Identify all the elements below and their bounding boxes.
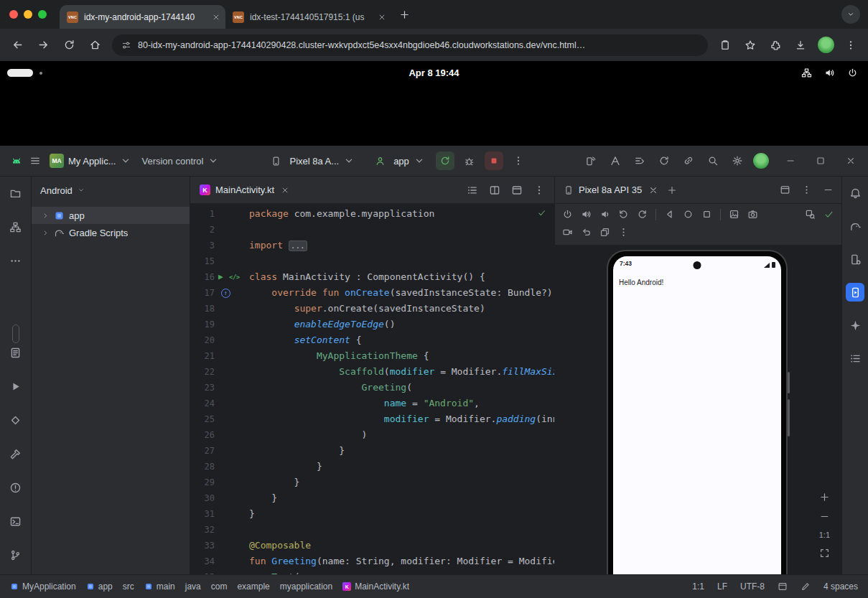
annotate-icon[interactable] — [801, 581, 811, 592]
caret-position[interactable]: 1:1 — [692, 581, 704, 592]
site-settings-icon[interactable] — [121, 40, 131, 50]
stop-button[interactable] — [485, 151, 503, 170]
downloads-icon[interactable] — [790, 35, 811, 55]
reset-device-icon[interactable] — [581, 227, 592, 238]
address-bar[interactable]: 80-idx-my-android-app-1744140290428.clus… — [112, 34, 708, 56]
problems-tool-icon[interactable] — [6, 478, 25, 497]
terminal-tool-icon[interactable] — [6, 512, 25, 531]
minimize-icon[interactable] — [780, 151, 801, 171]
breadcrumb-item[interactable]: src — [123, 581, 134, 592]
running-devices-icon[interactable] — [846, 283, 864, 302]
run-config-selector[interactable]: app — [365, 151, 430, 171]
todo-tool-icon[interactable] — [846, 349, 864, 368]
maximize-icon[interactable] — [811, 151, 831, 171]
reload-icon[interactable] — [59, 35, 79, 55]
editor-options-icon[interactable] — [533, 184, 545, 196]
breadcrumb-item[interactable]: main — [144, 581, 175, 592]
close-icon[interactable] — [841, 151, 861, 171]
detach-editor-icon[interactable] — [511, 184, 523, 196]
project-selector[interactable]: MA My Applic... — [45, 151, 136, 171]
browser-tab[interactable]: VNCidx-my-android-app-1744140 — [60, 5, 225, 29]
close-tab-icon[interactable] — [281, 186, 289, 195]
bookmark-star-icon[interactable] — [740, 35, 760, 55]
project-tool-icon[interactable] — [6, 184, 25, 202]
screenshot-icon[interactable] — [729, 209, 739, 220]
home-icon[interactable] — [85, 35, 105, 55]
hide-panel-icon[interactable] — [823, 184, 834, 195]
line-separator[interactable]: LF — [717, 581, 727, 592]
structure-tool-icon[interactable] — [6, 218, 25, 236]
volume-icon[interactable] — [824, 67, 835, 78]
browser-tab[interactable]: VNCidx-test-1744140517915:1 (us — [225, 5, 391, 29]
project-tree-item[interactable]: Gradle Scripts — [32, 224, 190, 241]
zoom-in-icon[interactable] — [819, 492, 830, 503]
window-mode-icon[interactable] — [778, 581, 788, 592]
device-more-icon[interactable] — [618, 227, 629, 238]
volume-up-icon[interactable] — [581, 209, 592, 220]
extensions-icon[interactable] — [765, 35, 785, 55]
device-manager-icon[interactable] — [846, 250, 864, 268]
close-window-button[interactable] — [9, 10, 18, 19]
vcs-selector[interactable]: Version control — [136, 151, 224, 171]
search-everywhere-icon[interactable] — [703, 151, 723, 171]
run-tool-icon[interactable] — [6, 377, 25, 396]
override-marker-icon[interactable]: ↑ — [221, 289, 230, 298]
indent-size[interactable]: 4 spaces — [823, 581, 858, 592]
breadcrumb-item[interactable]: app — [86, 581, 113, 592]
breadcrumb-item[interactable]: MyApplication — [10, 581, 76, 592]
user-avatar[interactable] — [753, 153, 769, 169]
close-device-tab-icon[interactable] — [648, 185, 658, 195]
rotate-right-icon[interactable] — [637, 209, 648, 220]
open-tabs-list-icon[interactable] — [467, 184, 478, 196]
more-tools-icon[interactable] — [6, 251, 25, 270]
add-device-tab-icon[interactable] — [667, 185, 677, 195]
zoom-out-icon[interactable] — [819, 511, 830, 522]
connections-icon[interactable] — [801, 67, 812, 78]
main-menu-icon[interactable] — [26, 151, 45, 170]
camera-icon[interactable] — [747, 209, 758, 220]
debug-button[interactable] — [460, 151, 479, 170]
panel-options-icon[interactable] — [801, 184, 812, 195]
tab-search-button[interactable] — [841, 5, 860, 24]
editor-tab[interactable]: K MainActivity.kt — [190, 177, 297, 204]
gemini-icon[interactable] — [846, 316, 864, 335]
gradle-tool-icon[interactable] — [846, 217, 864, 235]
device-tab[interactable]: Pixel 8a API 35 — [555, 177, 663, 204]
profile-avatar[interactable] — [816, 35, 836, 55]
build-variants-icon[interactable] — [630, 151, 650, 171]
tab-close-icon[interactable] — [378, 13, 386, 22]
android-home-icon[interactable] — [683, 209, 694, 220]
compose-preview-icon[interactable]: </> — [229, 269, 240, 285]
new-tab-button[interactable] — [394, 4, 414, 24]
tab-close-icon[interactable] — [212, 13, 220, 22]
code-area[interactable]: 1package com.example.myapplication23impo… — [190, 204, 554, 574]
android-back-icon[interactable] — [664, 209, 675, 220]
more-run-actions-icon[interactable] — [509, 151, 528, 170]
file-encoding[interactable]: UTF-8 — [740, 581, 765, 592]
translations-icon[interactable] — [605, 151, 625, 171]
clipboard-icon[interactable] — [715, 35, 735, 55]
screen-record-icon[interactable] — [562, 227, 573, 238]
zoom-mode-icon[interactable] — [805, 209, 816, 220]
breadcrumb-item[interactable]: example — [237, 581, 269, 592]
split-editor-icon[interactable] — [489, 184, 500, 196]
app-inspection-tool-icon[interactable] — [6, 411, 25, 429]
code-with-me-icon[interactable] — [678, 151, 699, 171]
expand-chevron-icon[interactable] — [42, 229, 50, 237]
session-power-icon[interactable] — [847, 67, 858, 78]
rotate-left-icon[interactable] — [618, 209, 629, 220]
fit-screen-icon[interactable] — [819, 548, 830, 559]
minimize-window-button[interactable] — [24, 10, 32, 19]
browser-menu-icon[interactable] — [841, 35, 861, 55]
breadcrumb-item[interactable]: java — [185, 581, 201, 592]
logcat-tool-icon[interactable] — [6, 343, 25, 362]
build-tool-icon[interactable] — [6, 444, 25, 463]
breadcrumb-item[interactable]: myapplication — [280, 581, 332, 592]
panel-layout-icon[interactable] — [780, 184, 790, 195]
fullscreen-window-button[interactable] — [38, 10, 47, 19]
inspections-ok-icon[interactable] — [537, 208, 546, 218]
back-icon[interactable] — [7, 35, 27, 55]
snapshot-icon[interactable] — [599, 227, 610, 238]
project-tree-item[interactable]: app — [32, 207, 190, 224]
volume-down-icon[interactable] — [599, 209, 610, 220]
